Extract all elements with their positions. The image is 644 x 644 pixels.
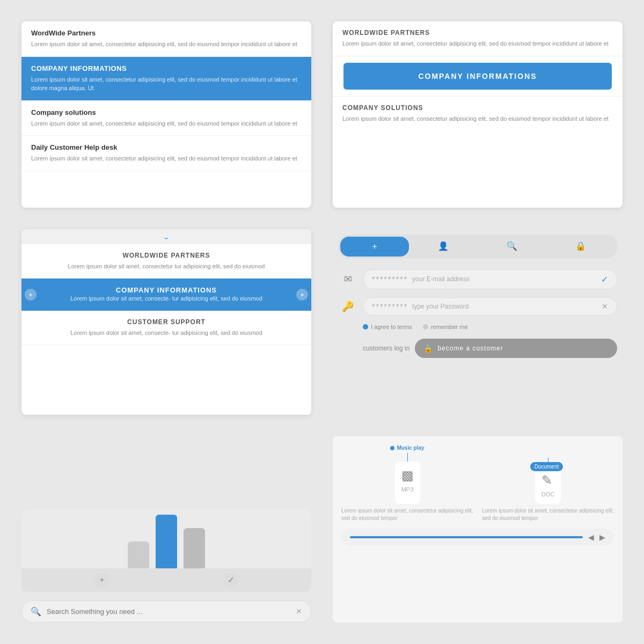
mp3-icon: ▩ [401,468,414,483]
ribbon-bottom-section[interactable]: CUSTOMER SUPPORT Lorem ipsum dolor sit a… [21,311,311,346]
bar-3 [184,528,205,568]
become-customer-label: become a customer [437,345,503,352]
login-form-panel: ＋ 👤 🔍 🔒 ✉ ********* your E-mail address … [333,229,623,415]
ribbon-panel: ⌄ WORLDWIDE PARTNERS Lorem ipsum dolor s… [21,229,311,415]
ribbon-top-title: WORLDWIDE PARTNERS [31,252,302,259]
mp3-label: MP3 [401,486,414,493]
agree-terms-checkbox[interactable]: I agree to terms [363,324,412,330]
doc-icon: ✎ [541,473,554,488]
panel2-solutions-section: COMPANY SOLUTIONS Lorem ipsum dolor sit … [333,96,623,131]
media-player-bar: ◀ ▶ [341,529,614,546]
panel2-section-text: Lorem ipsum dolor sit amet, consectetur … [342,114,613,123]
doc-card: Document ✎ DOC [535,466,561,504]
form-action-row: customers log in 🔒 become a customer [338,339,617,358]
password-dots: ********* [372,302,408,311]
agree-label: I agree to terms [371,324,412,330]
company-informations-button[interactable]: COMPANY INFORMATIONS [343,63,612,90]
media-cards: Music play ▩ MP3 Lorem ipsum dolor sit a… [341,445,614,522]
media-player-panel: Music play ▩ MP3 Lorem ipsum dolor sit a… [333,436,623,623]
tab-lock[interactable]: 🔒 [546,237,615,257]
accordion-text-2: Lorem ipsum dolor sit amet, consectetur … [31,75,302,93]
ribbon-left-button[interactable]: + [25,289,36,301]
chevron-down-icon: ⌄ [21,229,311,244]
mp3-card: ▩ MP3 [395,462,420,504]
form-options: I agree to terms remember me [363,324,617,330]
bar-1 [128,541,149,568]
search-icon: 🔍 [31,606,41,617]
lock-icon: 🔒 [423,344,433,353]
password-row: 🔑 ********* type your Password ✕ [338,297,617,316]
remember-me-checkbox[interactable]: remember me [423,324,467,330]
accordion-panel: WordWide Partners Lorem ipsum dolor sit … [21,21,311,208]
bar-chart-wrap: ＋ ✓ [21,509,311,592]
clear-icon[interactable]: ✕ [602,302,608,311]
doc-section: Document ✎ DOC Lorem ipsum dolor sit ame… [482,445,614,522]
doc-text: Lorem ipsum dolor sit amet, consectetur … [482,507,614,522]
agree-radio-dot [363,324,368,330]
accordion-item-4[interactable]: Daily Customer Help desk Lorem ipsum dol… [21,136,311,171]
ribbon-active-section[interactable]: + COMPANY INFORMATIONS Lorem ipsum dolor… [21,279,311,311]
customers-login-label: customers log in [338,345,409,352]
bar-2 [156,515,177,568]
accordion-text-3: Lorem ipsum dolor sit amet, consectetur … [31,119,302,128]
ribbon-bottom-text: Lorem ipsum dolor sit amet, consecte- tu… [31,328,302,338]
mp3-connector [407,453,408,462]
accordion-item-2-active[interactable]: COMPANY INFORMATIONS Lorem ipsum dolor s… [21,57,311,101]
music-play-label: Music play [390,445,424,451]
email-dots: ********* [372,275,408,283]
bar-chart-controls: ＋ ✓ [21,568,311,592]
bar-chart [21,509,311,568]
accordion-title-4: Daily Customer Help desk [31,143,302,151]
panel2-header-text: Lorem ipsum dolor sit amet, consectetur … [342,39,613,48]
mp3-section: Music play ▩ MP3 Lorem ipsum dolor sit a… [341,445,473,522]
progress-bar [350,536,583,538]
email-placeholder: your E-mail address [408,275,601,283]
password-placeholder: type your Password [408,303,602,310]
next-button[interactable]: ▶ [599,533,605,541]
bar-add-button[interactable]: ＋ [94,573,109,588]
password-input[interactable]: ********* type your Password ✕ [363,297,617,316]
remember-label: remember me [431,324,467,330]
tab-user[interactable]: 👤 [409,237,478,257]
email-input[interactable]: ********* your E-mail address ✓ [363,269,617,289]
tab-search[interactable]: 🔍 [478,237,546,257]
button-menu-panel: WORLDWIDE PARTNERS Lorem ipsum dolor sit… [333,21,623,208]
accordion-item-1[interactable]: WordWide Partners Lorem ipsum dolor sit … [21,21,311,57]
tab-bar: ＋ 👤 🔍 🔒 [338,235,617,259]
ribbon-active-text: Lorem ipsum dolor sit amet, consecte- tu… [48,294,284,303]
document-badge: Document [530,462,564,471]
search-bar[interactable]: 🔍 ✕ [21,601,311,623]
accordion-title-1: WordWide Partners [31,29,302,37]
ribbon-active-title: COMPANY INFORMATIONS [48,286,284,294]
accordion-item-3[interactable]: Company solutions Lorem ipsum dolor sit … [21,101,311,136]
panel2-header: WORLDWIDE PARTNERS Lorem ipsum dolor sit… [333,21,623,56]
ribbon-right-button[interactable]: + [296,289,308,301]
chart-search-panel: ＋ ✓ 🔍 ✕ [21,436,311,623]
email-icon: ✉ [338,269,357,289]
ribbon-bottom-title: CUSTOMER SUPPORT [31,318,302,326]
ribbon-top-section[interactable]: WORLDWIDE PARTNERS Lorem ipsum dolor sit… [21,244,311,279]
remember-radio-dot [423,324,428,330]
email-row: ✉ ********* your E-mail address ✓ [338,269,617,289]
panel2-header-title: WORLDWIDE PARTNERS [342,29,613,36]
search-clear-icon[interactable]: ✕ [296,607,302,616]
bar-check-button[interactable]: ✓ [223,573,238,588]
checkmark-icon: ✓ [601,274,608,284]
mp3-text: Lorem ipsum dolor sit amet, consectetur … [341,507,473,522]
become-customer-button[interactable]: 🔒 become a customer [415,339,617,358]
panel2-section-title: COMPANY SOLUTIONS [342,104,613,112]
doc-label: DOC [541,491,554,497]
key-icon: 🔑 [338,297,357,316]
accordion-title-3: Company solutions [31,108,302,116]
ribbon-top-text: Lorem ipsum dolor sit amet, consectetur … [31,262,302,271]
prev-button[interactable]: ◀ [588,533,594,541]
search-input[interactable] [47,608,290,616]
panel2-button-wrap: COMPANY INFORMATIONS [333,56,623,96]
tab-plus[interactable]: ＋ [340,237,409,257]
music-dot [390,446,394,450]
accordion-title-2: COMPANY INFORMATIONS [31,64,302,72]
accordion-text-4: Lorem ipsum dolor sit amet, consectetur … [31,154,302,163]
accordion-text-1: Lorem ipsum dolor sit amet, consectetur … [31,40,302,49]
